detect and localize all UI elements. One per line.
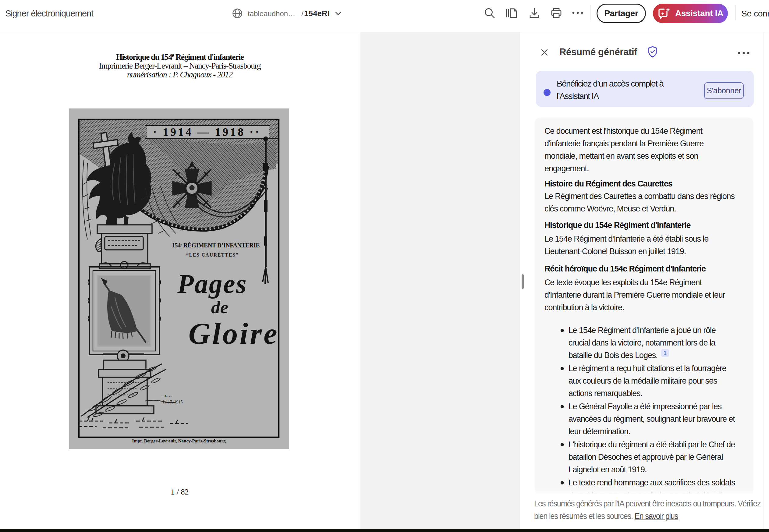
svg-text:Impr. Berger-Levrault, Nancy-P: Impr. Berger-Levrault, Nancy-Paris-Stras… [132,438,226,443]
svg-text:…ь…: …ь… [160,393,172,398]
svg-text:de: de [211,297,229,317]
svg-text:· 1914 — 1918 ··: · 1914 — 1918 ·· [153,126,261,138]
svg-text:154ᵉ RÉGIMENT D’INFANTERIE: 154ᵉ RÉGIMENT D’INFANTERIE [172,242,260,249]
svg-text:Gloire: Gloire [188,317,279,350]
svg-text:Pages: Pages [177,269,247,299]
svg-text:“LES CAURETTES”: “LES CAURETTES” [186,252,239,257]
svg-text:14 . 7. 1915: 14 . 7. 1915 [162,400,183,404]
